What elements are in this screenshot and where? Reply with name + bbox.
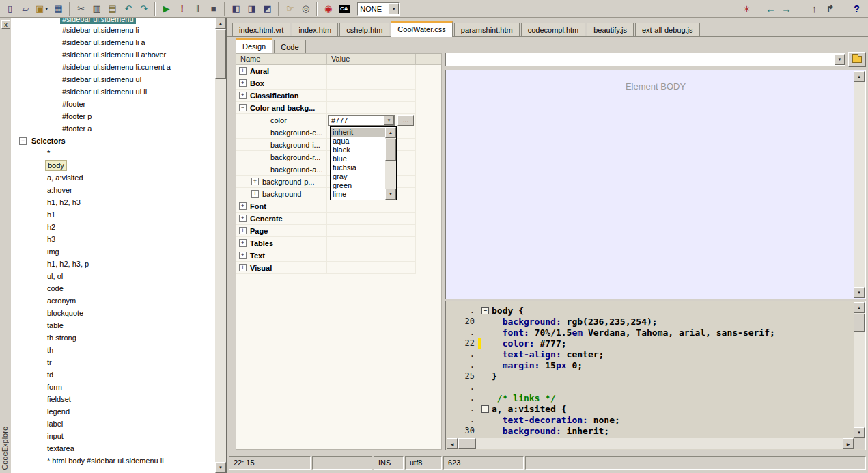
- dropdown-option-lime[interactable]: lime: [331, 190, 385, 199]
- tree-item[interactable]: *: [11, 147, 216, 159]
- code-line[interactable]: . text-align: center;: [447, 349, 854, 360]
- tree-item[interactable]: td: [11, 368, 216, 381]
- redo-button[interactable]: ↷: [136, 1, 152, 16]
- tree-item[interactable]: #footer: [11, 98, 216, 110]
- tree-item[interactable]: img: [11, 245, 216, 258]
- frame-bottom-button[interactable]: ◩: [260, 1, 275, 16]
- expand-icon[interactable]: +: [239, 67, 247, 75]
- open-file-button[interactable]: ▣▼: [33, 1, 51, 16]
- scrollbar-thumb[interactable]: [385, 139, 396, 161]
- tree-item[interactable]: h1: [11, 208, 216, 221]
- hand-button[interactable]: ☞: [282, 1, 298, 16]
- preview-scrollbar[interactable]: ▲ ▼: [854, 71, 865, 298]
- doc-tab-ext-all-debug.js[interactable]: ext-all-debug.js: [635, 23, 700, 36]
- tree-item[interactable]: th: [11, 344, 216, 356]
- code-line[interactable]: . text-decoration: none;: [447, 414, 854, 425]
- dropdown-option-gray[interactable]: gray: [331, 172, 385, 181]
- tree-item[interactable]: * html body #sidebar ul.sidemenu li: [11, 455, 216, 467]
- paste-button[interactable]: ▤: [104, 1, 120, 16]
- tree-item[interactable]: label: [11, 418, 216, 430]
- tree-item[interactable]: #sidebar ul.sidemenu ul li: [11, 85, 216, 98]
- stop-button[interactable]: ■: [206, 1, 221, 16]
- tree-item[interactable]: a, a:visited: [11, 172, 216, 184]
- code-line[interactable]: . margin: 15px 0;: [447, 360, 854, 370]
- frame-right-button[interactable]: ◨: [244, 1, 260, 16]
- target-button[interactable]: ◎: [298, 1, 313, 16]
- tree-item[interactable]: textarea: [11, 442, 216, 455]
- property-group-row[interactable]: +Generate: [236, 213, 441, 225]
- property-group-row[interactable]: +Page: [236, 225, 441, 237]
- ca-badge-button[interactable]: CA: [336, 1, 352, 16]
- scroll-down-icon[interactable]: ▼: [854, 287, 865, 298]
- tree-item[interactable]: #sidebar ul.sidemenu li.current a: [11, 61, 216, 73]
- doc-tab-paramshint.htm[interactable]: paramshint.htm: [454, 23, 520, 36]
- property-group-row[interactable]: +Box: [236, 77, 441, 90]
- dropdown-option-fuchsia[interactable]: fuchsia: [331, 163, 385, 172]
- property-group-row[interactable]: +Tables: [236, 237, 441, 249]
- tree-item[interactable]: body: [11, 159, 216, 172]
- tree-item[interactable]: fieldset: [11, 393, 216, 405]
- help-button[interactable]: ?: [849, 1, 865, 16]
- scrollbar-thumb[interactable]: [215, 29, 226, 79]
- scrollbar-thumb[interactable]: [854, 314, 865, 332]
- code-line[interactable]: 30 background: inherit;: [447, 425, 854, 436]
- expand-icon[interactable]: +: [239, 239, 247, 247]
- editor-vertical-scrollbar[interactable]: ▲ ▼: [854, 302, 865, 438]
- scroll-down-icon[interactable]: ▼: [385, 189, 396, 200]
- fold-collapse-icon[interactable]: −: [481, 405, 489, 413]
- code-line[interactable]: . /* links */: [447, 392, 854, 403]
- record-button[interactable]: ◉: [320, 1, 336, 16]
- property-group-row[interactable]: +Aural: [236, 65, 441, 77]
- expand-icon[interactable]: +: [239, 202, 247, 210]
- tree-item[interactable]: ul, ol: [11, 270, 216, 282]
- frame-left-button[interactable]: ◧: [228, 1, 244, 16]
- tree-item[interactable]: −Selectors: [11, 135, 216, 147]
- tree-item[interactable]: #footer p: [11, 110, 216, 122]
- collapse-icon[interactable]: −: [239, 104, 247, 111]
- doc-tab-beautify.js[interactable]: beautify.js: [587, 23, 634, 36]
- doc-tab-index.htm[interactable]: index.htm: [292, 23, 338, 36]
- save-button[interactable]: ▦: [51, 1, 66, 16]
- up-button[interactable]: ↑: [807, 1, 822, 16]
- dropdown-scrollbar[interactable]: ▲ ▼: [385, 127, 396, 200]
- tree-item[interactable]: form: [11, 381, 216, 393]
- property-group-row[interactable]: +Text: [236, 249, 441, 262]
- expand-icon[interactable]: +: [239, 92, 247, 99]
- property-row[interactable]: color#777▼...: [236, 114, 441, 126]
- scroll-up-icon[interactable]: ▲: [385, 127, 396, 138]
- tree-item[interactable]: #sidebar ul.sidemenu li a:hover: [11, 49, 216, 61]
- expand-icon[interactable]: +: [239, 79, 247, 87]
- property-group-row[interactable]: +Classification: [236, 90, 441, 102]
- scroll-right-icon[interactable]: ▶: [843, 438, 854, 449]
- tree-item[interactable]: th strong: [11, 332, 216, 344]
- expand-icon[interactable]: +: [239, 252, 247, 259]
- column-header-value[interactable]: Value: [327, 54, 416, 64]
- tree-item[interactable]: a:hover: [11, 184, 216, 196]
- property-group-row[interactable]: +Font: [236, 200, 441, 213]
- tree-item[interactable]: table: [11, 319, 216, 332]
- tree-item[interactable]: #sidebar ul.sidemenu ul: [11, 73, 216, 85]
- tree-item[interactable]: #footer a: [11, 122, 216, 135]
- scrollbar-thumb[interactable]: [458, 438, 476, 449]
- scroll-up-icon[interactable]: ▲: [854, 302, 865, 313]
- new-template-button[interactable]: ▱: [18, 1, 33, 16]
- chevron-down-icon[interactable]: ▼: [389, 3, 399, 14]
- tree-item[interactable]: h2: [11, 221, 216, 233]
- back-button[interactable]: ←: [763, 1, 779, 16]
- dropdown-option-inherit[interactable]: inherit: [331, 128, 385, 137]
- undo-button[interactable]: ↶: [120, 1, 136, 16]
- break-button[interactable]: !: [174, 1, 190, 16]
- dropdown-option-black[interactable]: black: [331, 146, 385, 154]
- editor-horizontal-scrollbar[interactable]: ◀ ▶: [447, 438, 854, 449]
- forward-button[interactable]: →: [779, 1, 794, 16]
- column-header-name[interactable]: Name: [236, 54, 327, 64]
- tree-item[interactable]: #sidebar ul.sidemenu li a: [11, 36, 216, 49]
- dropdown-option-blue[interactable]: blue: [331, 154, 385, 163]
- pause-button[interactable]: ‖: [190, 1, 206, 16]
- chevron-down-icon[interactable]: ▼: [835, 54, 845, 65]
- preview-area[interactable]: Element BODY ▲ ▼: [445, 70, 866, 299]
- code-line[interactable]: .−body {: [447, 305, 854, 316]
- expand-icon[interactable]: +: [239, 264, 247, 271]
- code-line[interactable]: .: [447, 381, 854, 392]
- color-value-combo[interactable]: #777▼: [328, 115, 395, 126]
